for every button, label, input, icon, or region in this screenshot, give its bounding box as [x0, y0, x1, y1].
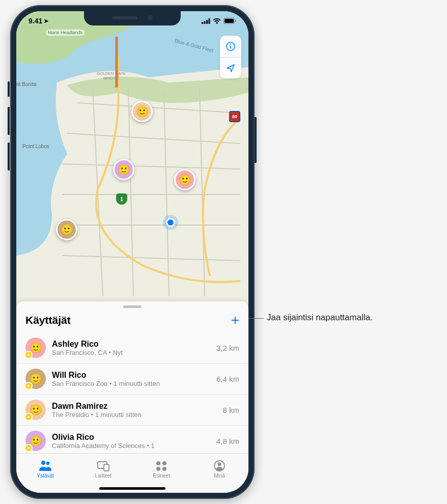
map-person-pin[interactable]: 🙂 [113, 159, 134, 180]
map-locate-button[interactable] [220, 57, 241, 78]
map-info-button[interactable] [220, 36, 241, 57]
person-name: Dawn Ramirez [52, 402, 216, 411]
person-name: Olivia Rico [52, 433, 210, 442]
svg-point-18 [162, 467, 166, 471]
person-name: Ashley Rico [52, 340, 210, 349]
map-poi-marin: Marin Headlands [46, 30, 85, 36]
favorite-star-icon: ★ [24, 413, 33, 421]
svg-point-16 [162, 461, 166, 465]
svg-rect-1 [204, 21, 206, 24]
person-row[interactable]: 🙂 ★ Olivia Rico California Academy of Sc… [16, 426, 248, 456]
svg-point-11 [41, 461, 45, 465]
wifi-icon [213, 18, 221, 24]
person-subtitle: San Francisco, CA • Nyt [52, 349, 210, 356]
favorite-star-icon: ★ [24, 444, 33, 452]
person-row[interactable]: 🙂 ★ Ashley Rico San Francisco, CA • Nyt … [16, 332, 248, 363]
person-subtitle: San Francisco Zoo • 1 minuutti sitten [52, 380, 210, 387]
map-person-pin[interactable]: 🙂 [174, 169, 195, 190]
svg-rect-5 [225, 19, 234, 23]
svg-rect-0 [202, 22, 203, 24]
person-subtitle: California Academy of Sciences • 1 [52, 442, 210, 450]
svg-rect-14 [104, 464, 109, 471]
panel-grabber[interactable] [123, 305, 142, 308]
tab-people[interactable]: Ystävät [16, 454, 74, 485]
tab-label: Ystävät [37, 473, 53, 479]
svg-point-9 [230, 44, 231, 45]
svg-point-12 [46, 462, 50, 465]
panel-title: Käyttäjät [25, 314, 71, 326]
map-view[interactable]: Marin Headlands nt Bonita Point Lobos GO… [16, 11, 248, 312]
svg-rect-10 [230, 46, 231, 49]
devices-icon [97, 460, 110, 472]
favorite-star-icon: ★ [24, 351, 33, 359]
cellular-signal-icon [202, 18, 210, 24]
person-row[interactable]: 🙂 ★ Dawn Ramirez The Presidio • 1 minuut… [16, 395, 248, 426]
svg-point-17 [156, 467, 160, 471]
current-location-dot [166, 218, 175, 227]
tab-label: Minä [214, 473, 225, 479]
callout-text: Jaa sijaintisi napauttamalla. [267, 313, 373, 323]
svg-rect-3 [209, 18, 210, 24]
home-indicator[interactable] [99, 487, 165, 490]
phone-frame: 9.41 ➤ [10, 5, 255, 499]
svg-rect-2 [206, 20, 208, 24]
tab-devices[interactable]: Laitteet [74, 454, 132, 485]
location-services-icon: ➤ [44, 18, 48, 24]
map-person-pin[interactable]: 🙂 [131, 101, 153, 122]
tab-label: Laitteet [95, 473, 112, 479]
person-distance: 8 km [222, 406, 239, 414]
favorite-star-icon: ★ [24, 382, 33, 390]
phone-screen: 9.41 ➤ [16, 11, 248, 493]
route-shield-1: 1 [116, 193, 127, 205]
svg-point-15 [156, 461, 160, 465]
tab-label: Esineet [153, 473, 170, 479]
route-shield-80: 80 [229, 111, 240, 122]
person-distance: 4,8 km [216, 437, 239, 445]
share-location-button[interactable]: + [231, 313, 239, 327]
map-label-ggb: GOLDEN GATE BRIDGE [97, 71, 126, 80]
person-subtitle: The Presidio • 1 minuutti sitten [52, 411, 216, 418]
person-name: Will Rico [52, 371, 210, 380]
people-panel[interactable]: Käyttäjät + 🙂 ★ Ashley Rico San Francisc… [16, 301, 248, 453]
people-list: 🙂 ★ Ashley Rico San Francisco, CA • Nyt … [16, 332, 248, 456]
items-icon [155, 460, 168, 472]
person-distance: 3,2 km [216, 344, 239, 352]
map-label-bonita: nt Bonita [16, 81, 36, 87]
person-icon [213, 460, 226, 472]
svg-rect-6 [235, 20, 236, 22]
map-person-pin[interactable]: 🙂 [56, 219, 77, 240]
status-time: 9.41 [29, 17, 42, 25]
person-row[interactable]: 🙂 ★ Will Rico San Francisco Zoo • 1 minu… [16, 363, 248, 395]
svg-point-20 [218, 463, 221, 466]
tab-me[interactable]: Minä [190, 454, 248, 485]
tab-items[interactable]: Esineet [132, 454, 190, 485]
battery-icon [224, 18, 236, 24]
notch [84, 11, 181, 25]
map-controls [220, 36, 241, 78]
map-label-lobos: Point Lobos [22, 144, 49, 149]
people-icon [39, 460, 52, 472]
person-distance: 6,4 km [216, 375, 239, 383]
